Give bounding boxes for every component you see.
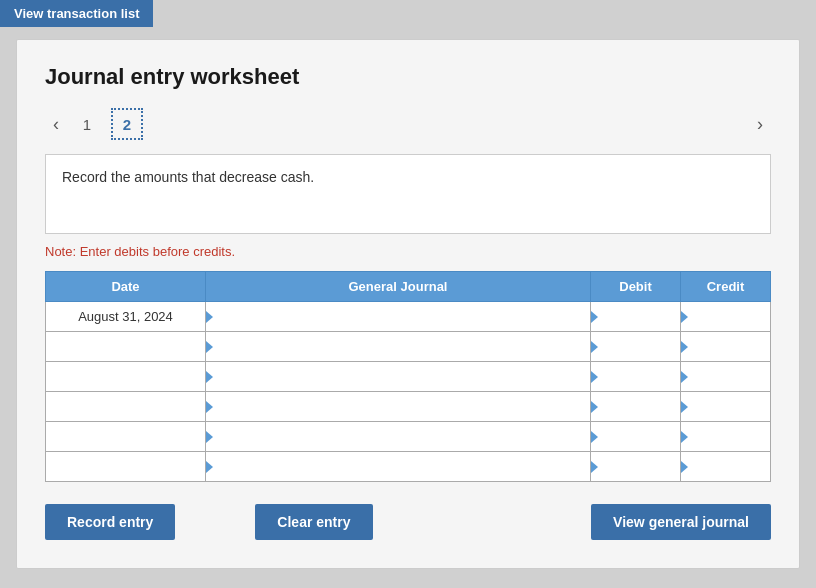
clear-entry-button[interactable]: Clear entry (255, 504, 372, 540)
view-general-journal-button[interactable]: View general journal (591, 504, 771, 540)
cell-date-5[interactable] (46, 452, 206, 482)
col-header-debit: Debit (591, 272, 681, 302)
cell-debit-5[interactable] (591, 452, 681, 482)
cell-journal-4[interactable] (206, 422, 591, 452)
cell-journal-3[interactable] (206, 392, 591, 422)
action-buttons: Record entry Clear entry View general jo… (45, 504, 771, 540)
journal-table: Date General Journal Debit Credit August… (45, 271, 771, 482)
cell-credit-4[interactable] (681, 422, 771, 452)
cell-debit-1[interactable] (591, 332, 681, 362)
instruction-box: Record the amounts that decrease cash. (45, 154, 771, 234)
cell-date-0[interactable]: August 31, 2024 (46, 302, 206, 332)
page-2-button[interactable]: 2 (111, 108, 143, 140)
cell-credit-2[interactable] (681, 362, 771, 392)
cell-date-3[interactable] (46, 392, 206, 422)
col-header-journal: General Journal (206, 272, 591, 302)
cell-debit-4[interactable] (591, 422, 681, 452)
cell-debit-0[interactable] (591, 302, 681, 332)
cell-journal-1[interactable] (206, 332, 591, 362)
cell-credit-3[interactable] (681, 392, 771, 422)
page-navigation: ‹ 1 2 › (45, 108, 771, 140)
cell-date-4[interactable] (46, 422, 206, 452)
cell-debit-3[interactable] (591, 392, 681, 422)
record-entry-button[interactable]: Record entry (45, 504, 175, 540)
journal-entry-card: Journal entry worksheet ‹ 1 2 › Record t… (16, 39, 800, 569)
table-row: August 31, 2024 (46, 302, 771, 332)
table-row (46, 422, 771, 452)
cell-journal-5[interactable] (206, 452, 591, 482)
col-header-credit: Credit (681, 272, 771, 302)
table-row (46, 392, 771, 422)
cell-date-1[interactable] (46, 332, 206, 362)
next-page-arrow[interactable]: › (749, 112, 771, 137)
page-title: Journal entry worksheet (45, 64, 771, 90)
note-text: Note: Enter debits before credits. (45, 244, 771, 259)
cell-credit-1[interactable] (681, 332, 771, 362)
table-row (46, 332, 771, 362)
table-row (46, 452, 771, 482)
col-header-date: Date (46, 272, 206, 302)
view-transaction-list-button[interactable]: View transaction list (0, 0, 153, 27)
cell-credit-5[interactable] (681, 452, 771, 482)
prev-page-arrow[interactable]: ‹ (45, 112, 67, 137)
page-1-button[interactable]: 1 (71, 108, 103, 140)
table-row (46, 362, 771, 392)
cell-date-2[interactable] (46, 362, 206, 392)
cell-journal-2[interactable] (206, 362, 591, 392)
cell-debit-2[interactable] (591, 362, 681, 392)
cell-journal-0[interactable] (206, 302, 591, 332)
cell-credit-0[interactable] (681, 302, 771, 332)
